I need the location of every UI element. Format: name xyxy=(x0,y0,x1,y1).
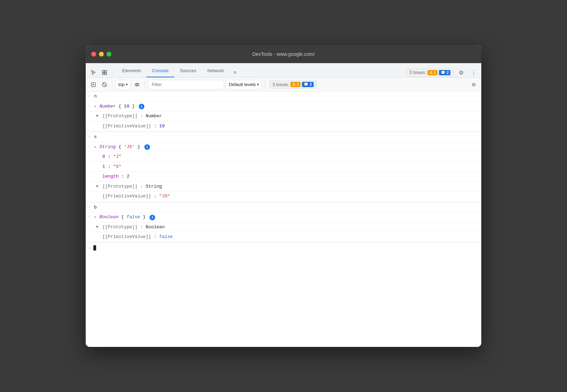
primitive-s-val: "JS" xyxy=(159,194,170,199)
layers-icon[interactable] xyxy=(100,68,109,77)
console-input-line[interactable]: › xyxy=(86,242,481,253)
minimize-button[interactable] xyxy=(99,52,104,57)
toolbar-info-count: 2 xyxy=(310,82,312,86)
console-line: ‹ ▾ String { 'JS' } i xyxy=(86,142,481,152)
toolbar-warning-count: 1 xyxy=(297,82,299,86)
cursor-icon[interactable] xyxy=(88,68,98,77)
issues-badge[interactable]: 3 Issues: ⚠ 1 💬 2 xyxy=(406,69,454,77)
tab-sources[interactable]: Sources xyxy=(174,64,202,77)
window-title: DevTools - www.google.com/ xyxy=(252,51,315,57)
expand-arrow[interactable]: ▾ xyxy=(94,105,96,109)
console-output-string-header: ▾ String { 'JS' } i xyxy=(93,144,479,151)
levels-chevron: ▾ xyxy=(257,83,259,86)
prototype-boolean: [[Prototype]] : Boolean xyxy=(101,224,479,231)
boolean-label: Boolean xyxy=(100,214,121,220)
primitive-s-colon: : xyxy=(154,194,159,199)
console-line: › b xyxy=(86,202,481,213)
tab-elements[interactable]: Elements xyxy=(117,64,146,77)
info-badge-s-icon[interactable]: i xyxy=(144,144,150,150)
primitive-value-string: [[PrimitiveValue]] : "JS" xyxy=(101,193,479,200)
console-prompt: › xyxy=(88,245,91,250)
prototype-val: Number xyxy=(146,113,162,119)
string-length: length : 2 xyxy=(101,173,479,180)
primitive-val: 10 xyxy=(159,123,165,129)
output-arrow-b-icon: ‹ xyxy=(86,214,93,219)
svg-marker-5 xyxy=(93,84,94,86)
context-selector[interactable]: top ▾ xyxy=(115,80,131,90)
prototype-string: [[Prototype]] : String xyxy=(101,183,479,190)
toolbar-divider-2 xyxy=(145,81,145,88)
devtools-window: DevTools - www.google.com/ Elements C xyxy=(86,45,481,347)
context-chevron: ▾ xyxy=(126,83,128,86)
svg-point-9 xyxy=(136,84,138,85)
info-icon: 💬 xyxy=(441,70,446,75)
clear-button[interactable] xyxy=(100,80,109,90)
number-brace-close: } xyxy=(132,104,135,109)
index-1-colon: : xyxy=(108,164,113,169)
length-val: 2 xyxy=(127,174,129,179)
boolean-false-value: false xyxy=(127,214,140,220)
console-line: ‹ ▾ Number { 10 } i xyxy=(86,102,481,112)
traffic-lights xyxy=(91,52,111,57)
string-index-1: 1 : "S" xyxy=(101,163,479,170)
number-label: Number xyxy=(100,104,119,109)
prototype-b-key: [[Prototype]] xyxy=(102,224,137,230)
input-prompt-b-icon: › xyxy=(86,204,93,210)
primitive-key: [[PrimitiveValue]] xyxy=(102,123,151,129)
warning-icon: ⚠ xyxy=(429,70,433,75)
primitive-b-key: [[PrimitiveValue]] xyxy=(102,234,151,239)
console-settings-icon[interactable]: ⚙ xyxy=(469,80,479,90)
toolbar-divider-1 xyxy=(112,81,112,88)
expand-arrow-s[interactable]: ▾ xyxy=(94,145,96,149)
string-label: String xyxy=(100,144,119,150)
console-toolbar: top ▾ Default levels ▾ 3 Issues: ⚠ 1 💬 2 xyxy=(86,78,481,92)
primitive-value-boolean: [[PrimitiveValue]] : false xyxy=(101,233,479,240)
close-button[interactable] xyxy=(91,52,96,57)
prototype-s-key: [[Prototype]] xyxy=(102,184,137,189)
console-line: › s xyxy=(86,132,481,142)
maximize-button[interactable] xyxy=(107,52,111,57)
more-vert-icon[interactable]: ⋮ xyxy=(469,68,479,77)
string-js-value: 'JS' xyxy=(124,144,135,150)
expand-arrow-b[interactable]: ▾ xyxy=(94,215,96,219)
console-cursor xyxy=(93,245,96,250)
console-input-b: b xyxy=(93,204,479,211)
tab-network[interactable]: Network xyxy=(202,64,230,77)
info-badge-b-icon[interactable]: i xyxy=(150,215,155,220)
prototype-arrow[interactable]: ▶ xyxy=(94,113,101,118)
toolbar-icons xyxy=(88,68,114,77)
run-button[interactable] xyxy=(88,80,98,90)
settings-icon[interactable]: ⚙ xyxy=(456,68,466,77)
toolbar-divider-3 xyxy=(265,81,265,88)
warning-badge: ⚠ 1 xyxy=(428,70,438,75)
tab-bar: Elements Console Sources Network » 3 Iss… xyxy=(86,63,481,78)
index-0-colon: : xyxy=(108,154,113,159)
prototype-s-arrow[interactable]: ▶ xyxy=(94,183,101,188)
toolbar-warning-badge: ⚠ 1 xyxy=(290,82,301,87)
console-input-n: n xyxy=(93,93,479,100)
index-1: 1 xyxy=(102,164,105,169)
svg-rect-3 xyxy=(105,73,107,75)
output-arrow-s-icon: ‹ xyxy=(86,144,93,148)
prototype-b-arrow[interactable]: ▶ xyxy=(94,224,101,229)
tab-divider xyxy=(112,69,112,76)
toolbar-issues-label: 3 Issues: xyxy=(272,82,289,87)
tab-more[interactable]: » xyxy=(229,68,240,77)
eye-button[interactable] xyxy=(132,80,142,90)
prototype-s-val: String xyxy=(146,184,162,189)
svg-rect-0 xyxy=(102,70,104,72)
toolbar-issues-badge[interactable]: 3 Issues: ⚠ 1 💬 2 xyxy=(269,80,316,88)
index-0-val: "J" xyxy=(113,154,121,159)
tab-console[interactable]: Console xyxy=(146,64,174,77)
prototype-colon: : xyxy=(140,113,146,119)
prototype-number: [[Prototype]] : Number xyxy=(101,113,479,120)
input-prompt-s-icon: › xyxy=(86,134,93,139)
levels-selector[interactable]: Default levels ▾ xyxy=(226,80,262,90)
info-badge-icon[interactable]: i xyxy=(139,104,144,109)
filter-input[interactable] xyxy=(148,80,224,90)
prototype-b-colon: : xyxy=(140,224,146,230)
index-0: 0 xyxy=(102,154,105,159)
svg-point-8 xyxy=(135,83,139,86)
index-1-val: "S" xyxy=(113,164,121,169)
console-line: [[PrimitiveValue]] : 10 xyxy=(86,121,481,131)
